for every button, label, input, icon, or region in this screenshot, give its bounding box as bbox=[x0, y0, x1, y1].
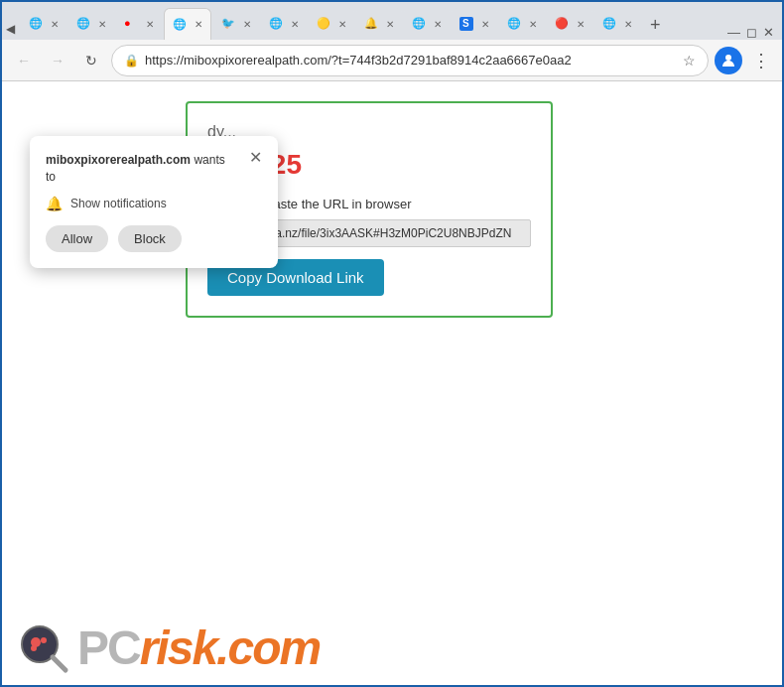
tab-13-close[interactable]: ✕ bbox=[624, 19, 632, 30]
svg-point-3 bbox=[41, 637, 47, 643]
tab-2-close[interactable]: ✕ bbox=[98, 19, 106, 30]
tab-1-favicon: 🌐 bbox=[29, 17, 43, 31]
tab-8[interactable]: 🔔 ✕ bbox=[356, 8, 402, 40]
pc-text: PC bbox=[77, 620, 140, 675]
profile-button[interactable] bbox=[715, 47, 742, 74]
bookmark-star-icon[interactable]: ☆ bbox=[683, 53, 696, 69]
tab-4-active[interactable]: 🌐 ✕ bbox=[164, 8, 211, 40]
tab-4-favicon: 🌐 bbox=[173, 18, 187, 32]
close-window-button[interactable]: ✕ bbox=[763, 25, 774, 40]
page-content: dy... s: 2025 Copy and paste the URL in … bbox=[2, 81, 782, 685]
allow-button[interactable]: Allow bbox=[46, 225, 108, 252]
tab-7[interactable]: 🟡 ✕ bbox=[309, 8, 354, 40]
tab-3-close[interactable]: ✕ bbox=[146, 19, 154, 30]
tab-7-favicon: 🟡 bbox=[317, 17, 330, 31]
tab-6[interactable]: 🌐 ✕ bbox=[261, 8, 307, 40]
tab-5[interactable]: 🐦 ✕ bbox=[213, 8, 259, 40]
content-area: dy... s: 2025 Copy and paste the URL in … bbox=[2, 81, 782, 685]
tab-10-favicon: S bbox=[459, 17, 473, 31]
popup-domain: miboxpixorerealpath.com bbox=[46, 153, 191, 167]
pcrisk-watermark: PCrisk.com bbox=[18, 620, 320, 675]
tab-3-favicon: ● bbox=[124, 17, 138, 31]
tab-12-close[interactable]: ✕ bbox=[577, 19, 585, 30]
tab-1-close[interactable]: ✕ bbox=[51, 19, 59, 30]
restore-button[interactable]: ◻ bbox=[746, 25, 757, 40]
svg-point-4 bbox=[31, 645, 37, 651]
refresh-button[interactable]: ↻ bbox=[77, 47, 105, 74]
tab-5-favicon: 🐦 bbox=[221, 17, 235, 31]
tab-2[interactable]: 🌐 ✕ bbox=[68, 8, 114, 40]
new-tab-button[interactable]: + bbox=[642, 11, 669, 40]
tab-9-close[interactable]: ✕ bbox=[434, 19, 442, 30]
tab-11-favicon: 🌐 bbox=[507, 17, 521, 31]
secure-icon: 🔒 bbox=[124, 54, 139, 68]
popup-to-text: to bbox=[46, 170, 56, 184]
tab-10-close[interactable]: ✕ bbox=[481, 19, 489, 30]
tab-13-favicon: 🌐 bbox=[602, 17, 616, 31]
svg-line-5 bbox=[53, 657, 65, 670]
popup-notification-row: 🔔 Show notifications bbox=[46, 196, 262, 211]
bell-icon: 🔔 bbox=[46, 196, 63, 211]
pcrisk-text: PCrisk.com bbox=[77, 620, 320, 675]
block-button[interactable]: Block bbox=[118, 225, 182, 252]
tab-1[interactable]: 🌐 ✕ bbox=[21, 8, 66, 40]
forward-button[interactable]: → bbox=[44, 47, 71, 74]
tab-9-favicon: 🌐 bbox=[412, 17, 426, 31]
popup-wants-text: wants bbox=[194, 153, 224, 167]
browser-frame: ◀ 🌐 ✕ 🌐 ✕ ● ✕ 🌐 ✕ 🐦 ✕ 🌐 ✕ 🟡 ✕ bbox=[2, 2, 782, 685]
tab-8-close[interactable]: ✕ bbox=[386, 19, 394, 30]
tab-bar: ◀ 🌐 ✕ 🌐 ✕ ● ✕ 🌐 ✕ 🐦 ✕ 🌐 ✕ 🟡 ✕ bbox=[2, 2, 782, 40]
minimize-button[interactable]: — bbox=[727, 25, 740, 40]
tab-10[interactable]: S ✕ bbox=[452, 8, 497, 40]
popup-title: miboxpixorerealpath.com wants to bbox=[46, 152, 225, 186]
tab-11-close[interactable]: ✕ bbox=[529, 19, 537, 30]
tab-7-close[interactable]: ✕ bbox=[338, 19, 346, 30]
tab-9[interactable]: 🌐 ✕ bbox=[404, 8, 450, 40]
back-button[interactable]: ← bbox=[10, 47, 38, 74]
show-notifications-text: Show notifications bbox=[70, 197, 167, 210]
pcrisk-logo-icon bbox=[18, 622, 69, 674]
notification-popup: miboxpixorerealpath.com wants to ✕ 🔔 Sho… bbox=[30, 136, 278, 268]
tab-3[interactable]: ● ✕ bbox=[116, 8, 162, 40]
popup-buttons: Allow Block bbox=[46, 225, 262, 252]
tab-11[interactable]: 🌐 ✕ bbox=[499, 8, 545, 40]
tab-6-favicon: 🌐 bbox=[269, 17, 283, 31]
browser-menu-button[interactable]: ⋮ bbox=[748, 50, 774, 71]
tab-13[interactable]: 🌐 ✕ bbox=[594, 8, 640, 40]
tab-scroll-left[interactable]: ◀ bbox=[2, 18, 19, 40]
address-bar[interactable]: 🔒 https://miboxpixorerealpath.com/?t=744… bbox=[111, 45, 709, 76]
tab-8-favicon: 🔔 bbox=[364, 17, 378, 31]
address-text: https://miboxpixorerealpath.com/?t=744f3… bbox=[145, 53, 677, 68]
tab-4-close[interactable]: ✕ bbox=[195, 19, 202, 30]
tab-5-close[interactable]: ✕ bbox=[243, 19, 251, 30]
tab-2-favicon: 🌐 bbox=[76, 17, 90, 31]
popup-close-button[interactable]: ✕ bbox=[249, 150, 262, 166]
svg-point-0 bbox=[725, 55, 731, 61]
risk-text: risk.com bbox=[140, 620, 320, 675]
nav-bar: ← → ↻ 🔒 https://miboxpixorerealpath.com/… bbox=[2, 40, 782, 81]
tab-6-close[interactable]: ✕ bbox=[291, 19, 299, 30]
popup-header: miboxpixorerealpath.com wants to ✕ bbox=[46, 152, 262, 186]
tab-12[interactable]: 🔴 ✕ bbox=[547, 8, 592, 40]
tab-12-favicon: 🔴 bbox=[555, 17, 569, 31]
